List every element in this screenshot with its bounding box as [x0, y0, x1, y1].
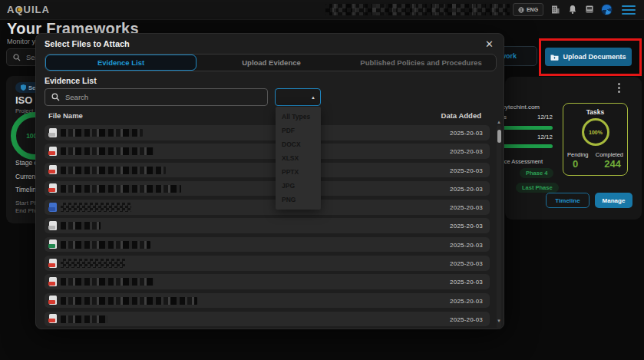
file-row[interactable]: 2025-20-03	[45, 274, 490, 289]
file-type-icon	[49, 128, 57, 137]
scrollbar-thumb[interactable]	[497, 130, 501, 143]
scroll-up-arrow[interactable]: ▲	[497, 120, 501, 124]
redacted-file-name	[61, 315, 108, 323]
redacted-file-name	[61, 259, 125, 268]
language-selector[interactable]: ENG	[513, 3, 543, 16]
progress-row2-value: 12/12	[527, 134, 553, 140]
file-date: 2025-20-03	[450, 223, 483, 230]
redacted-file-name	[61, 297, 197, 305]
file-date: 2025-20-03	[450, 130, 483, 137]
file-type-icon	[49, 314, 57, 323]
tab-published-policies[interactable]: Published Policies and Procedures	[346, 54, 496, 71]
tab-upload-evidence[interactable]: Upload Evidence	[197, 54, 346, 71]
annotation-highlight-box	[539, 38, 642, 76]
dropdown-option[interactable]: All Types	[276, 110, 321, 124]
shield-icon	[21, 84, 26, 91]
redacted-account-info	[325, 4, 510, 15]
dropdown-option[interactable]: XLSX	[276, 151, 321, 165]
progress-bar-2	[502, 144, 553, 148]
evidence-list-heading: Evidence List	[45, 76, 97, 85]
file-type-icon	[49, 165, 57, 174]
redacted-file-name	[61, 147, 154, 155]
book-icon	[585, 5, 594, 15]
evidence-search-input[interactable]: Search	[45, 88, 268, 106]
file-row[interactable]: 2025-20-03	[45, 312, 490, 327]
redacted-file-name	[61, 203, 131, 212]
select-files-modal: Select Files to Attach ✕ Evidence List U…	[35, 33, 504, 329]
organization-button[interactable]	[550, 4, 561, 15]
dropdown-option[interactable]: JPG	[276, 179, 321, 193]
column-header-file-name: File Name	[48, 111, 83, 120]
file-date: 2025-20-03	[450, 167, 483, 174]
manage-button[interactable]: Manage	[595, 193, 632, 208]
tasks-progress-ring: 100%	[582, 118, 609, 146]
notifications-button[interactable]	[566, 4, 578, 15]
file-date: 2025-20-03	[450, 186, 483, 193]
page-subtitle: Monitor y	[7, 38, 35, 45]
redacted-file-name	[61, 241, 150, 249]
modal-tab-bar: Evidence List Upload Evidence Published …	[45, 54, 497, 71]
file-row[interactable]: 2025-20-03	[45, 181, 490, 197]
last-phase-badge: Last Phase	[516, 183, 559, 193]
timeline-button[interactable]: Timeline	[546, 193, 590, 208]
dropdown-option[interactable]: PDF	[276, 124, 321, 137]
file-row[interactable]: 2025-20-03	[45, 293, 490, 309]
file-row[interactable]: 2025-20-03	[45, 125, 490, 140]
dropdown-option[interactable]: DOCX	[276, 137, 321, 151]
redacted-file-name	[61, 185, 181, 193]
evidence-file-list: 2025-20-03 2025-20-03 2025-20-03 2025-20…	[45, 125, 490, 330]
file-type-icon	[49, 183, 57, 193]
file-date: 2025-20-03	[450, 242, 483, 249]
framework-detail-card: @cytechint.com s 12/12 12/12 Compliance …	[505, 77, 642, 220]
tasks-panel: Tasks 100% Pending Completed 0 244	[563, 103, 628, 176]
phase-badge: Phase 4	[520, 168, 553, 178]
progress-bar-1	[502, 126, 553, 130]
redacted-file-name	[61, 278, 154, 286]
search-icon	[13, 54, 21, 61]
close-icon[interactable]: ✕	[485, 38, 494, 50]
file-type-select[interactable]: ▲	[275, 88, 321, 106]
redacted-file-name	[61, 222, 101, 230]
file-row[interactable]: 2025-20-03	[45, 256, 490, 271]
file-type-icon	[49, 277, 57, 286]
file-type-icon	[49, 259, 57, 268]
file-row[interactable]: 2025-20-03	[45, 218, 490, 233]
modal-title: Select Files to Attach	[45, 39, 130, 48]
file-row[interactable]: 2025-20-03	[45, 144, 490, 159]
file-type-icon	[49, 239, 57, 249]
file-date: 2025-20-03	[450, 279, 483, 286]
library-button[interactable]	[583, 4, 595, 15]
file-row[interactable]: 2025-20-03	[45, 200, 490, 215]
scrollbar-track[interactable]	[497, 125, 501, 329]
file-type-icon	[49, 296, 57, 305]
file-row[interactable]: 2025-20-03	[45, 237, 490, 253]
file-date: 2025-20-03	[450, 148, 483, 155]
tab-evidence-list[interactable]: Evidence List	[45, 54, 197, 71]
card-menu-button[interactable]	[618, 83, 620, 94]
scroll-down-arrow[interactable]: ▼	[497, 319, 501, 323]
file-date: 2025-20-03	[450, 316, 483, 323]
bell-icon	[568, 5, 577, 15]
pending-value: 0	[573, 158, 578, 170]
completed-label: Completed	[596, 151, 623, 158]
menu-toggle[interactable]	[622, 5, 636, 15]
file-row[interactable]: 2025-20-03	[45, 163, 490, 178]
redacted-file-name	[61, 167, 166, 174]
search-icon	[51, 93, 60, 101]
progress-row1-value: 12/12	[527, 114, 553, 121]
tasks-title: Tasks	[563, 108, 627, 116]
file-type-dropdown-menu: All TypesPDFDOCXXLSXPPTXJPGPNG	[276, 107, 321, 210]
user-avatar[interactable]	[601, 4, 613, 15]
search-placeholder: Search	[65, 93, 88, 101]
file-type-icon	[49, 221, 57, 230]
language-label: ENG	[527, 7, 538, 12]
file-date: 2025-20-03	[450, 298, 483, 305]
file-type-icon	[49, 147, 57, 156]
globe-icon	[518, 7, 524, 13]
dropdown-option[interactable]: PPTX	[276, 165, 321, 179]
redacted-file-name	[61, 129, 143, 137]
dropdown-option[interactable]: PNG	[276, 193, 321, 206]
aquila-logo: AQUILA	[7, 4, 50, 15]
logo-gold-dot	[18, 8, 21, 12]
file-type-icon	[49, 203, 57, 212]
